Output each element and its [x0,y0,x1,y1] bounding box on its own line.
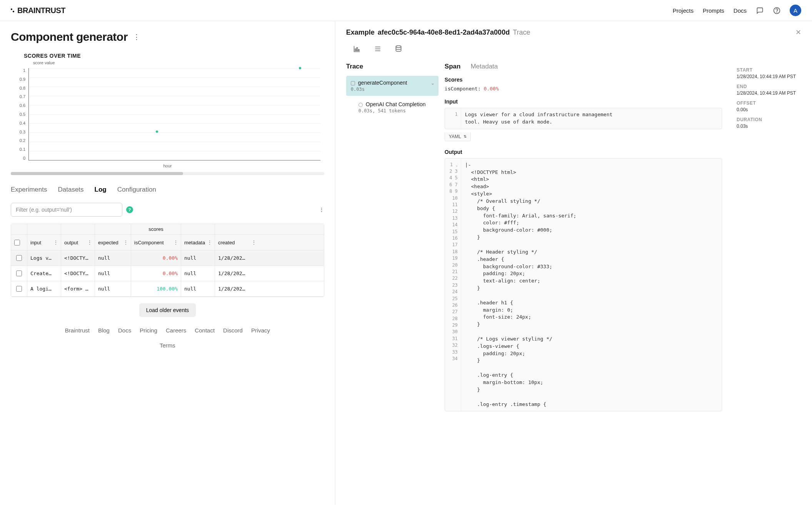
table-row[interactable]: Create…<!DOCTY…null0.00%null1/28/202… [11,266,324,281]
scores-kv: isComponent: 0.00% [445,86,722,92]
chart-xlabel: hour [11,164,324,168]
nav-prompts[interactable]: Prompts [703,7,724,14]
svg-point-8 [396,46,401,48]
tab-log[interactable]: Log [95,186,107,195]
view-chart-icon[interactable] [353,45,361,53]
chart-section: SCORES OVER TIME score value 10.90.80.70… [11,53,324,175]
log-table: scores input⋮ output⋮ expected⋮ isCompon… [11,224,324,297]
meta-offset: 0.00s [737,107,801,112]
col-menu-icon[interactable]: ⋮ [123,239,128,245]
col-output[interactable]: output⋮ [61,235,95,250]
trace-tree: Trace generateComponent⌄0.03sOpenAI Chat… [346,63,439,415]
col-input[interactable]: input⋮ [27,235,61,250]
view-list-icon[interactable] [374,45,382,53]
row-checkbox[interactable] [16,271,22,276]
footer-careers[interactable]: Careers [166,327,186,334]
svg-rect-3 [357,48,358,51]
trace-item-name: OpenAI Chat Completion [366,101,426,107]
format-yaml-tag[interactable]: YAML⇅ [445,132,471,141]
chart-plot: 10.90.80.70.60.50.40.30.20.10 [11,68,324,160]
close-icon[interactable]: ✕ [795,28,801,37]
table-row[interactable]: Logs v…<!DOCTY…null0.00%null1/28/202… [11,250,324,266]
cell-created: 1/28/202… [215,266,259,281]
footer-blog[interactable]: Blog [98,327,110,334]
trace-item[interactable]: OpenAI Chat Completion0.03s, 541 tokens [354,97,439,117]
footer-discord[interactable]: Discord [223,327,243,334]
cell-input: A logi… [27,281,61,296]
cell-output: <form> … [61,281,95,296]
scores-label: Scores [445,77,722,83]
footer-contact[interactable]: Contact [195,327,215,334]
col-expected[interactable]: expected⋮ [95,235,131,250]
page-menu-icon[interactable]: ⋮ [133,33,140,41]
avatar[interactable]: A [790,5,801,16]
chart-ylabel: score value [33,60,324,65]
output-label: Output [445,149,722,155]
chat-icon[interactable] [756,7,764,14]
footer-privacy[interactable]: Privacy [251,327,270,334]
footer-docs[interactable]: Docs [118,327,131,334]
col-menu-icon[interactable]: ⋮ [173,239,178,245]
footer-pricing[interactable]: Pricing [140,327,157,334]
filter-more-icon[interactable]: ⋮ [319,207,324,213]
filter-help-icon[interactable]: ? [126,206,133,213]
brand-logo[interactable]: BRAINTRUST [11,6,65,15]
detail-pane: Example afec0c5c-964a-40e8-8ed1-2ad4a37a… [335,21,812,505]
load-more-button[interactable]: Load older events [139,303,196,317]
col-created[interactable]: created⋮ [215,235,259,250]
cell-output: <!DOCTY… [61,250,95,266]
select-all-checkbox[interactable] [14,240,20,245]
col-isComponent[interactable]: isComponent⋮ [131,235,181,250]
cell-created: 1/28/202… [215,281,259,296]
section-tabs: Experiments Datasets Log Configuration [11,186,324,195]
col-menu-icon[interactable]: ⋮ [207,239,212,245]
left-pane: Component generator ⋮ SCORES OVER TIME s… [0,21,335,505]
col-menu-icon[interactable]: ⋮ [87,239,92,245]
chart-scroll-thumb[interactable] [11,172,183,175]
trace-item[interactable]: generateComponent⌄0.03s [346,76,439,96]
tab-experiments[interactable]: Experiments [11,186,47,195]
cell-metadata: null [181,250,215,266]
col-menu-icon[interactable]: ⋮ [251,239,257,245]
nav-projects[interactable]: Projects [673,7,694,14]
trace-type-icon [358,103,363,107]
tab-datasets[interactable]: Datasets [58,186,83,195]
chart-scrollbar[interactable] [11,172,324,175]
chart-canvas [28,68,320,160]
help-icon[interactable] [773,7,780,14]
row-checkbox[interactable] [16,286,22,292]
table-row[interactable]: A logi…<form> …null100.00%null1/28/202… [11,281,324,297]
cell-score: 0.00% [131,266,181,281]
col-metadata[interactable]: metadata⋮ [181,235,215,250]
filter-input[interactable] [11,203,122,217]
output-code[interactable]: 1 ⌄ 2 3 4 5 6 7 8 9 10 11 12 13 14 15 16… [445,158,722,412]
span-tab-span[interactable]: Span [445,63,461,70]
meta-start-label: START [737,67,801,73]
cell-input: Create… [27,266,61,281]
input-label: Input [445,99,722,105]
span-meta: START 1/28/2024, 10:44:19 AM PST END 1/2… [728,63,801,415]
svg-point-1 [777,12,777,12]
avatar-initial: A [794,7,797,14]
view-database-icon[interactable] [395,45,402,53]
footer-terms[interactable]: Terms [160,342,175,349]
meta-end: 1/28/2024, 10:44:19 AM PST [737,90,801,96]
input-code[interactable]: 1 Logs viewer for a cloud infrastructure… [445,108,722,129]
cell-score: 0.00% [131,250,181,266]
row-checkbox[interactable] [16,255,22,261]
chart-title: SCORES OVER TIME [24,53,324,59]
meta-offset-label: OFFSET [737,100,801,106]
meta-duration: 0.03s [737,124,801,129]
chart-y-ticks: 10.90.80.70.60.50.40.30.20.10 [11,68,28,160]
nav-docs[interactable]: Docs [734,7,747,14]
tab-configuration[interactable]: Configuration [117,186,156,195]
cell-metadata: null [181,266,215,281]
page-title: Component generator [11,30,128,43]
col-menu-icon[interactable]: ⋮ [53,239,58,245]
cell-created: 1/28/202… [215,250,259,266]
footer-braintrust[interactable]: Braintrust [65,327,90,334]
span-panel: Span Metadata Scores isComponent: 0.00% … [439,63,728,415]
span-tab-metadata[interactable]: Metadata [470,63,498,70]
cell-input: Logs v… [27,250,61,266]
cell-metadata: null [181,281,215,296]
